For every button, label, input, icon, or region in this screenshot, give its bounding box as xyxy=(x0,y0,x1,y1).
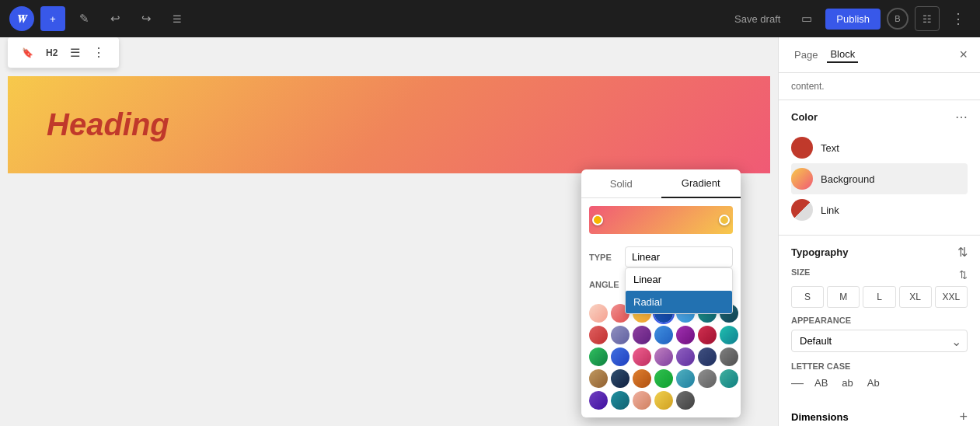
gradient-tab[interactable]: Gradient xyxy=(661,169,741,198)
size-controls: S M L XL XXL xyxy=(791,286,968,308)
swatch-30[interactable] xyxy=(633,391,651,410)
letter-case-title-button[interactable]: Ab xyxy=(864,375,883,390)
swatch-14[interactable] xyxy=(589,347,608,366)
list-view-button[interactable]: ☰ xyxy=(165,6,190,31)
typography-section: Typography ⇅ SIZE ⇅ S M L XL XXL APPEARA… xyxy=(779,236,980,400)
swatch-7[interactable] xyxy=(589,326,608,344)
more-icon: ⋮ xyxy=(951,10,965,27)
heading-type-icon: H2 xyxy=(46,47,58,58)
size-xl-button[interactable]: XL xyxy=(899,286,932,308)
content-text: content. xyxy=(791,81,825,92)
dimensions-add-button[interactable]: + xyxy=(959,409,968,425)
swatch-32[interactable] xyxy=(676,391,695,410)
size-s-button[interactable]: S xyxy=(791,286,824,308)
color-title: Color xyxy=(791,111,818,123)
heading-block[interactable]: Heading xyxy=(8,76,770,173)
type-select[interactable]: Linear Radial xyxy=(625,246,733,267)
size-xxl-button[interactable]: XXL xyxy=(935,286,968,308)
heading-type-button[interactable]: H2 xyxy=(41,44,62,61)
wp-logo[interactable]: 𝑾 xyxy=(9,6,34,31)
swatch-16[interactable] xyxy=(633,347,651,366)
gradient-stop-right[interactable] xyxy=(719,215,730,225)
solid-tab[interactable]: Solid xyxy=(581,169,661,197)
type-option-linear[interactable]: Linear xyxy=(626,268,732,291)
text-color-item[interactable]: Text xyxy=(791,132,968,163)
swatch-31[interactable] xyxy=(654,391,673,410)
gradient-preview[interactable] xyxy=(589,206,733,234)
appearance-select[interactable]: Default xyxy=(791,330,968,352)
swatch-18[interactable] xyxy=(676,347,695,366)
page-tab[interactable]: Page xyxy=(791,47,821,62)
swatch-25[interactable] xyxy=(676,369,695,388)
undo-button[interactable]: ↩ xyxy=(103,6,127,31)
bookmark-button[interactable]: 🔖 xyxy=(17,44,38,61)
swatch-8[interactable] xyxy=(611,326,630,344)
swatch-24[interactable] xyxy=(654,369,673,388)
add-block-button[interactable]: + xyxy=(40,6,65,31)
color-section: Color ⋯ Text Background Link xyxy=(779,100,980,236)
size-l-button[interactable]: L xyxy=(863,286,895,308)
background-color-swatch xyxy=(791,168,813,190)
color-more-button[interactable]: ⋯ xyxy=(955,110,968,124)
letter-case-lower-button[interactable]: ab xyxy=(839,375,856,390)
swatch-26[interactable] xyxy=(698,369,717,388)
block-tab[interactable]: Block xyxy=(827,47,858,63)
swatch-10[interactable] xyxy=(654,326,673,344)
background-color-item[interactable]: Background xyxy=(791,163,968,194)
avatar[interactable]: B xyxy=(887,8,909,30)
publish-button[interactable]: Publish xyxy=(825,9,881,30)
view-icon: ▭ xyxy=(801,12,812,26)
swatch-15[interactable] xyxy=(611,347,630,366)
swatch-29[interactable] xyxy=(611,391,630,410)
swatch-12[interactable] xyxy=(698,326,717,344)
size-row-header: SIZE ⇅ xyxy=(791,267,968,281)
view-button[interactable]: ▭ xyxy=(794,6,819,31)
swatch-19[interactable] xyxy=(698,347,717,366)
swatch-20[interactable] xyxy=(720,347,738,366)
redo-button[interactable]: ↪ xyxy=(134,6,159,31)
swatch-27[interactable] xyxy=(720,369,738,388)
swatch-0[interactable] xyxy=(589,304,608,323)
heading-text: Heading xyxy=(47,107,169,142)
swatch-23[interactable] xyxy=(633,369,651,388)
undo-icon: ↩ xyxy=(110,12,120,26)
swatch-21[interactable] xyxy=(589,369,608,388)
swatch-28[interactable] xyxy=(589,391,608,410)
type-label: TYPE xyxy=(589,253,620,262)
letter-case-controls: — AB ab Ab xyxy=(791,375,968,390)
typography-more-button[interactable]: ⇅ xyxy=(957,245,968,260)
gradient-picker: Solid Gradient TYPE Linear Radial xyxy=(581,169,741,417)
panel-header: Page Block × xyxy=(779,37,980,73)
block-more-button[interactable]: ⋮ xyxy=(88,42,110,63)
gradient-controls: TYPE Linear Radial Linear Radial xyxy=(581,242,741,272)
type-select-wrapper: Linear Radial Linear Radial xyxy=(625,246,733,267)
tools-button[interactable]: ✎ xyxy=(71,6,96,31)
type-option-radial[interactable]: Radial xyxy=(626,291,732,313)
wp-logo-text: 𝑾 xyxy=(17,12,26,26)
settings-button[interactable]: ☷ xyxy=(915,6,940,31)
alignment-button[interactable]: ☰ xyxy=(65,43,85,63)
swatch-9[interactable] xyxy=(633,326,651,344)
letter-case-upper-button[interactable]: AB xyxy=(811,375,831,390)
gradient-stop-left[interactable] xyxy=(592,215,603,225)
link-color-label: Link xyxy=(821,204,839,216)
redo-icon: ↪ xyxy=(141,12,152,26)
close-panel-button[interactable]: × xyxy=(959,47,968,63)
text-color-label: Text xyxy=(821,142,839,154)
swatch-17[interactable] xyxy=(654,347,673,366)
swatch-22[interactable] xyxy=(611,369,630,388)
size-label: SIZE xyxy=(791,267,810,277)
size-adjust-button[interactable]: ⇅ xyxy=(959,269,968,281)
swatch-13[interactable] xyxy=(720,326,738,344)
letter-case-none[interactable]: — xyxy=(791,376,804,390)
swatch-11[interactable] xyxy=(676,326,695,344)
link-color-item[interactable]: Link xyxy=(791,194,968,225)
top-toolbar: 𝑾 + ✎ ↩ ↪ ☰ Save draft ▭ Publish B ☷ ⋮ xyxy=(0,0,980,37)
text-color-swatch xyxy=(791,137,813,159)
typography-section-header: Typography ⇅ xyxy=(791,245,968,260)
size-m-button[interactable]: M xyxy=(827,286,860,308)
link-color-swatch xyxy=(791,199,813,221)
save-draft-button[interactable]: Save draft xyxy=(727,9,788,30)
more-options-button[interactable]: ⋮ xyxy=(946,6,971,31)
dimensions-row: Dimensions + xyxy=(779,400,980,426)
